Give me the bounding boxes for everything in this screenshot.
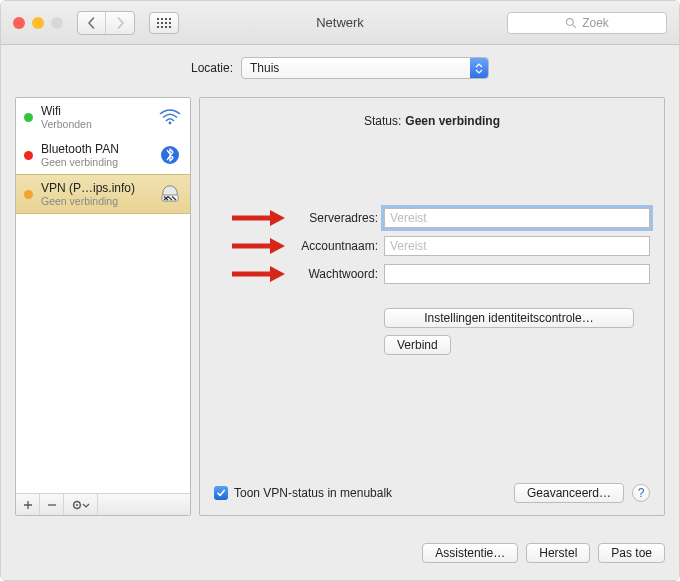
window-actions: Assistentie… Herstel Pas toe <box>1 526 679 580</box>
add-service-button[interactable] <box>16 494 40 515</box>
service-status: Geen verbinding <box>41 195 150 207</box>
status-dot-icon <box>24 113 33 122</box>
show-vpn-menubar-checkbox[interactable]: Toon VPN-status in menubalk <box>214 486 392 500</box>
remove-service-button[interactable] <box>40 494 64 515</box>
account-name-input[interactable] <box>384 236 650 256</box>
status-label: Status: <box>364 114 401 128</box>
wifi-icon <box>158 109 182 125</box>
back-button[interactable] <box>78 12 106 34</box>
status-value: Geen verbinding <box>405 114 500 128</box>
status-dot-icon <box>24 151 33 160</box>
service-list-toolbar <box>16 493 190 515</box>
forward-button[interactable] <box>106 12 134 34</box>
search-icon <box>565 17 577 29</box>
panel-footer: Toon VPN-status in menubalk Geavanceerd…… <box>214 483 650 503</box>
assist-button[interactable]: Assistentie… <box>422 543 518 563</box>
password-input[interactable] <box>384 264 650 284</box>
advanced-button[interactable]: Geavanceerd… <box>514 483 624 503</box>
svg-point-2 <box>169 122 172 125</box>
nav-back-forward <box>77 11 135 35</box>
traffic-lights <box>13 17 63 29</box>
apply-button[interactable]: Pas toe <box>598 543 665 563</box>
minimize-window-button[interactable] <box>32 17 44 29</box>
account-name-row: Accountnaam: <box>214 236 650 256</box>
location-value: Thuis <box>250 61 279 75</box>
close-window-button[interactable] <box>13 17 25 29</box>
service-item-vpn[interactable]: VPN (P…ips.info) Geen verbinding <box>16 174 190 214</box>
revert-button[interactable]: Herstel <box>526 543 590 563</box>
window-titlebar: Netwerk Zoek <box>1 1 679 45</box>
service-status: Verbonden <box>41 118 150 130</box>
detail-panel: Status: Geen verbinding Serveradres: Acc… <box>199 97 665 516</box>
service-actions-menu[interactable] <box>64 494 98 515</box>
search-field[interactable]: Zoek <box>507 12 667 34</box>
account-name-label: Accountnaam: <box>214 239 378 253</box>
service-item-wifi[interactable]: Wifi Verbonden <box>16 98 190 136</box>
location-popup[interactable]: Thuis <box>241 57 489 79</box>
help-button[interactable]: ? <box>632 484 650 502</box>
status-dot-icon <box>24 190 33 199</box>
password-label: Wachtwoord: <box>214 267 378 281</box>
svg-point-11 <box>76 504 78 506</box>
location-row: Locatie: Thuis <box>1 45 679 91</box>
service-status: Geen verbinding <box>41 156 150 168</box>
checkbox-checked-icon <box>214 486 228 500</box>
svg-line-1 <box>573 24 576 27</box>
main-area: Wifi Verbonden Bluetooth PAN Geen verbin… <box>1 91 679 526</box>
show-all-prefs-button[interactable] <box>149 12 179 34</box>
popup-arrows-icon <box>470 58 488 78</box>
connection-status: Status: Geen verbinding <box>214 114 650 128</box>
authentication-settings-button[interactable]: Instellingen identiteitscontrole… <box>384 308 634 328</box>
search-placeholder: Zoek <box>582 16 609 30</box>
server-address-label: Serveradres: <box>214 211 378 225</box>
password-row: Wachtwoord: <box>214 264 650 284</box>
connect-button[interactable]: Verbind <box>384 335 451 355</box>
server-address-input[interactable] <box>384 208 650 228</box>
service-name: Wifi <box>41 104 150 118</box>
service-item-bluetooth[interactable]: Bluetooth PAN Geen verbinding <box>16 136 190 174</box>
location-label: Locatie: <box>191 61 233 75</box>
service-list: Wifi Verbonden Bluetooth PAN Geen verbin… <box>15 97 191 516</box>
vpn-icon <box>158 185 182 203</box>
service-name: Bluetooth PAN <box>41 142 150 156</box>
bluetooth-icon <box>158 145 182 165</box>
service-name: VPN (P…ips.info) <box>41 181 150 195</box>
zoom-window-button[interactable] <box>51 17 63 29</box>
server-address-row: Serveradres: <box>214 208 650 228</box>
show-vpn-menubar-label: Toon VPN-status in menubalk <box>234 486 392 500</box>
